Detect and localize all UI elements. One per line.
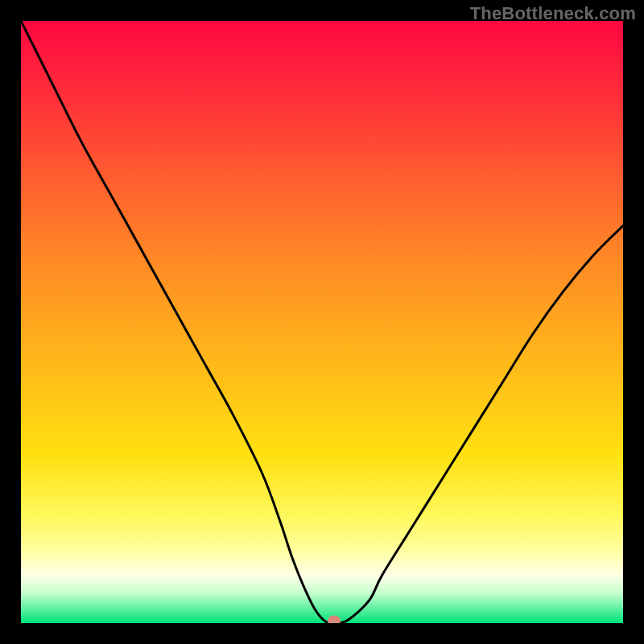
plot-area [21, 21, 623, 623]
bottleneck-curve [21, 21, 623, 623]
curve-svg [21, 21, 623, 623]
chart-frame: TheBottleneck.com [0, 0, 644, 644]
watermark-text: TheBottleneck.com [470, 3, 636, 24]
optimum-marker [328, 616, 341, 624]
